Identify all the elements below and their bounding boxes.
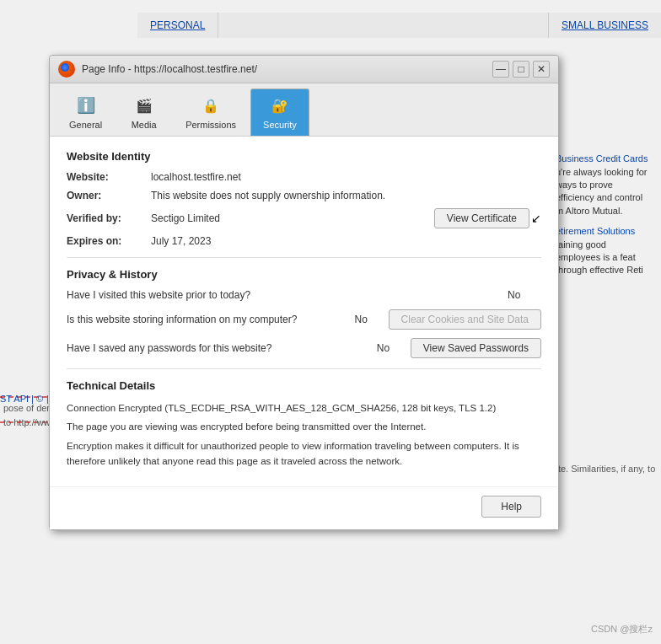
passwords-answer: No: [377, 342, 411, 354]
tab-media[interactable]: 🎬 Media: [116, 89, 171, 136]
cookies-row: Is this website storing information on m…: [67, 309, 541, 330]
maximize-button[interactable]: □: [513, 61, 529, 78]
verified-by-label: Verified by:: [67, 212, 151, 224]
dialog-content: Website Identity Website: localhost.test…: [50, 137, 558, 486]
tab-permissions[interactable]: 🔒 Permissions: [173, 89, 249, 136]
passwords-question: Have I saved any passwords for this webs…: [67, 342, 377, 354]
tab-media-label: Media: [132, 120, 157, 130]
permissions-tab-icon: 🔒: [199, 94, 223, 117]
cursor-indicator: ↙: [531, 212, 541, 225]
dialog-controls: — □ ✕: [492, 61, 550, 78]
verified-by-value: Sectigo Limited: [151, 212, 434, 224]
cookies-question: Is this website storing information on m…: [67, 314, 355, 325]
privacy-history-title: Privacy & History: [67, 268, 541, 281]
dialog-title-left: Page Info - https://localhost.testfire.n…: [58, 61, 257, 78]
owner-label: Owner:: [67, 190, 151, 201]
expires-row: Expires on: July 17, 2023: [67, 235, 541, 247]
dialog-title-text: Page Info - https://localhost.testfire.n…: [82, 63, 257, 75]
technical-details-title: Technical Details: [67, 379, 541, 392]
technical-line-2: The page you are viewing was encrypted b…: [67, 419, 541, 434]
tab-general[interactable]: ℹ️ General: [56, 89, 115, 136]
technical-line-1: Connection Encrypted (TLS_ECDHE_RSA_WITH…: [67, 400, 541, 416]
expires-value: July 17, 2023: [151, 235, 541, 247]
expires-label: Expires on:: [67, 235, 151, 247]
security-tab-icon: 🔐: [268, 94, 292, 117]
firefox-logo-icon: [58, 61, 75, 78]
website-row: Website: localhost.testfire.net: [67, 171, 541, 183]
help-button[interactable]: Help: [481, 496, 541, 518]
modal-overlay: Page Info - https://localhost.testfire.n…: [0, 0, 661, 644]
visited-question: Have I visited this website prior to tod…: [67, 289, 508, 301]
owner-value: This website does not supply ownership i…: [151, 190, 541, 201]
owner-row: Owner: This website does not supply owne…: [67, 190, 541, 201]
tab-security-label: Security: [263, 120, 297, 130]
dialog-footer: Help: [50, 486, 558, 529]
visited-answer: No: [508, 289, 541, 301]
minimize-button[interactable]: —: [492, 61, 509, 78]
cookies-answer: No: [355, 314, 389, 325]
view-saved-passwords-button[interactable]: View Saved Passwords: [411, 338, 541, 358]
view-certificate-button[interactable]: View Certificate: [434, 208, 529, 228]
visited-row: Have I visited this website prior to tod…: [67, 289, 541, 301]
section-divider-2: [67, 368, 541, 369]
website-identity-title: Website Identity: [67, 150, 541, 163]
general-tab-icon: ℹ️: [74, 94, 98, 117]
tab-permissions-label: Permissions: [185, 120, 236, 130]
clear-cookies-button[interactable]: Clear Cookies and Site Data: [389, 309, 541, 330]
media-tab-icon: 🎬: [132, 94, 156, 117]
close-button[interactable]: ✕: [533, 61, 550, 78]
website-label: Website:: [67, 171, 151, 183]
tab-general-label: General: [69, 120, 102, 130]
tab-security[interactable]: 🔐 Security: [250, 89, 309, 136]
page-info-dialog: Page Info - https://localhost.testfire.n…: [49, 55, 559, 530]
technical-line-3: Encryption makes it difficult for unauth…: [67, 438, 541, 470]
website-value: localhost.testfire.net: [151, 171, 541, 183]
tabs-bar: ℹ️ General 🎬 Media 🔒 Permissions 🔐 Secur…: [50, 83, 558, 137]
verified-row: Verified by: Sectigo Limited View Certif…: [67, 208, 541, 228]
passwords-row: Have I saved any passwords for this webs…: [67, 338, 541, 358]
dialog-titlebar: Page Info - https://localhost.testfire.n…: [50, 56, 558, 83]
section-divider-1: [67, 257, 541, 258]
